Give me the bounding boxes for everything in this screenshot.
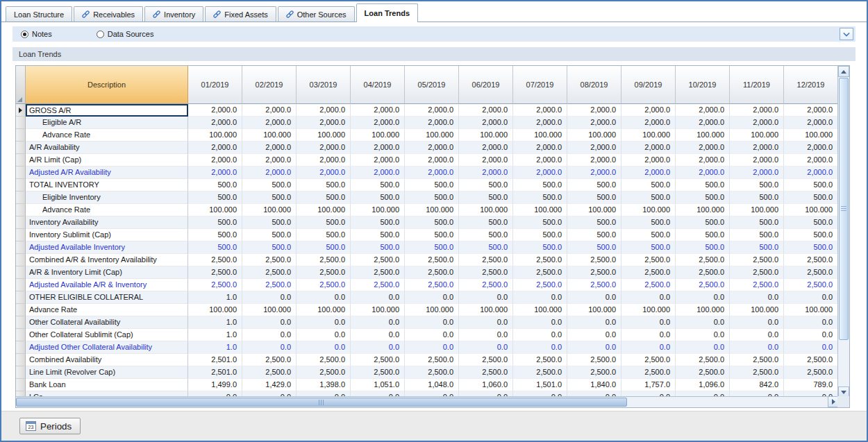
- cell[interactable]: 0.0: [676, 291, 730, 304]
- cell[interactable]: 500.0: [405, 179, 459, 192]
- cell[interactable]: 500.0: [188, 216, 242, 229]
- cell[interactable]: 2,000.0: [513, 117, 567, 129]
- cell[interactable]: 2,500.0: [513, 354, 567, 366]
- cell[interactable]: 2,000.0: [351, 154, 405, 167]
- row-selector[interactable]: [16, 229, 26, 241]
- cell[interactable]: 0.0: [621, 291, 676, 304]
- cell[interactable]: 2,000.0: [567, 167, 621, 179]
- cell[interactable]: 0.0: [784, 316, 838, 329]
- cell[interactable]: 2,000.0: [351, 167, 405, 179]
- cell[interactable]: 500.0: [297, 241, 351, 254]
- cell[interactable]: 2,501.0: [188, 366, 242, 379]
- cell[interactable]: 500.0: [297, 229, 351, 241]
- cell[interactable]: 500.0: [513, 179, 567, 192]
- cell[interactable]: 2,500.0: [242, 279, 297, 291]
- cell[interactable]: 2,000.0: [242, 142, 297, 154]
- cell[interactable]: 500.0: [513, 229, 567, 241]
- cell[interactable]: 500.0: [513, 241, 567, 254]
- cell[interactable]: 500.0: [676, 229, 730, 241]
- cell[interactable]: 500.0: [405, 192, 459, 204]
- cell[interactable]: 100.000: [297, 204, 351, 216]
- cell[interactable]: 2,500.0: [459, 366, 513, 379]
- cell[interactable]: 0.0: [513, 341, 567, 354]
- horizontal-scrollbar[interactable]: [16, 396, 839, 407]
- column-header-11-2019[interactable]: 11/2019: [730, 66, 784, 104]
- tab-loan-structure[interactable]: Loan Structure: [6, 6, 72, 22]
- cell[interactable]: 2,000.0: [513, 104, 567, 117]
- cell[interactable]: 0.0: [405, 316, 459, 329]
- cell[interactable]: 500.0: [459, 241, 513, 254]
- cell[interactable]: 500.0: [297, 192, 351, 204]
- cell[interactable]: 100.000: [730, 129, 784, 142]
- row-selector[interactable]: [16, 142, 26, 154]
- cell[interactable]: 2,500.0: [513, 266, 567, 279]
- row-label[interactable]: Inventory Sublimit (Cap): [26, 229, 188, 241]
- cell[interactable]: 0.0: [567, 341, 621, 354]
- cell[interactable]: 0.0: [459, 329, 513, 341]
- cell[interactable]: 500.0: [351, 229, 405, 241]
- cell[interactable]: 2,500.0: [676, 366, 730, 379]
- cell[interactable]: 500.0: [242, 241, 297, 254]
- cell[interactable]: 2,000.0: [513, 142, 567, 154]
- cell[interactable]: 500.0: [405, 241, 459, 254]
- row-selector[interactable]: [16, 129, 26, 142]
- cell[interactable]: 2,500.0: [567, 266, 621, 279]
- cell[interactable]: 2,500.0: [351, 354, 405, 366]
- cell[interactable]: 2,500.0: [459, 354, 513, 366]
- cell[interactable]: 500.0: [459, 192, 513, 204]
- cell[interactable]: 500.0: [784, 216, 838, 229]
- cell[interactable]: 0.0: [730, 291, 784, 304]
- cell[interactable]: 0.0: [784, 341, 838, 354]
- cell[interactable]: 2,500.0: [676, 354, 730, 366]
- cell[interactable]: 0.0: [405, 291, 459, 304]
- cell[interactable]: 500.0: [567, 241, 621, 254]
- cell[interactable]: 500.0: [621, 241, 676, 254]
- column-header-02-2019[interactable]: 02/2019: [242, 66, 297, 104]
- cell[interactable]: 2,500.0: [297, 354, 351, 366]
- cell[interactable]: 2,500.0: [567, 366, 621, 379]
- cell[interactable]: 100.000: [676, 129, 730, 142]
- cell[interactable]: 0.0: [405, 329, 459, 341]
- cell[interactable]: 1,429.0: [242, 379, 297, 391]
- row-selector[interactable]: [16, 279, 26, 291]
- cell[interactable]: 500.0: [459, 216, 513, 229]
- column-header-10-2019[interactable]: 10/2019: [676, 66, 730, 104]
- cell[interactable]: 2,500.0: [621, 366, 676, 379]
- cell[interactable]: 2,500.0: [297, 366, 351, 379]
- cell[interactable]: 2,500.0: [621, 266, 676, 279]
- cell[interactable]: 2,500.0: [621, 354, 676, 366]
- cell[interactable]: 2,000.0: [351, 104, 405, 117]
- radio-notes[interactable]: Notes: [21, 30, 52, 38]
- row-label[interactable]: A/R Limit (Cap): [26, 154, 188, 167]
- cell[interactable]: 2,500.0: [784, 254, 838, 266]
- column-header-06-2019[interactable]: 06/2019: [459, 66, 513, 104]
- row-selector[interactable]: [16, 304, 26, 316]
- cell[interactable]: 500.0: [351, 179, 405, 192]
- column-header-09-2019[interactable]: 09/2019: [621, 66, 676, 104]
- select-all-corner[interactable]: [16, 66, 26, 104]
- cell[interactable]: 2,500.0: [297, 266, 351, 279]
- cell[interactable]: 2,500.0: [188, 254, 242, 266]
- cell[interactable]: 1,499.0: [188, 379, 242, 391]
- cell[interactable]: 500.0: [784, 229, 838, 241]
- cell[interactable]: 842.0: [730, 379, 784, 391]
- row-label[interactable]: Inventory Availability: [26, 216, 188, 229]
- cell[interactable]: 2,000.0: [242, 104, 297, 117]
- column-header-07-2019[interactable]: 07/2019: [513, 66, 567, 104]
- cell[interactable]: 500.0: [513, 216, 567, 229]
- cell[interactable]: 2,000.0: [621, 104, 676, 117]
- cell[interactable]: 2,000.0: [242, 167, 297, 179]
- cell[interactable]: 500.0: [784, 241, 838, 254]
- cell[interactable]: 0.0: [242, 291, 297, 304]
- cell[interactable]: 500.0: [730, 216, 784, 229]
- row-selector[interactable]: [16, 316, 26, 329]
- cell[interactable]: 500.0: [351, 192, 405, 204]
- cell[interactable]: 100.000: [513, 129, 567, 142]
- cell[interactable]: 2,000.0: [459, 117, 513, 129]
- cell[interactable]: 1,840.0: [567, 379, 621, 391]
- cell[interactable]: 100.000: [405, 304, 459, 316]
- row-label[interactable]: Adjusted A/R Availability: [26, 167, 188, 179]
- cell[interactable]: 2,000.0: [621, 117, 676, 129]
- cell[interactable]: 0.0: [242, 329, 297, 341]
- row-label[interactable]: Adjusted Available A/R & Inventory: [26, 279, 188, 291]
